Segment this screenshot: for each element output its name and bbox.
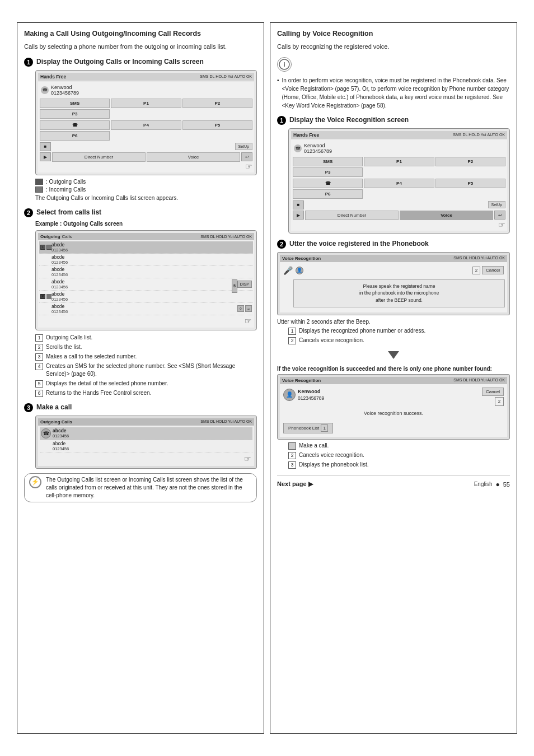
note-icon-left: ⚡ [29, 476, 41, 488]
phone-voice-btn-left[interactable]: Voice [147, 152, 240, 162]
phone-header-left: Hands Free SMS DL HOLD Yui AUTO OK [38, 73, 254, 81]
phone-back-btn-right[interactable]: ↩ [494, 211, 505, 220]
row-icon-end1: 0 [237, 305, 244, 312]
phone-btn-call-left[interactable]: ☎ [40, 120, 110, 130]
table-row[interactable]: ▼ abcde 0123456 [39, 291, 253, 303]
cancel-num-success: 2 [495, 397, 504, 406]
phone-row-setup-right: ■ SetUp [293, 200, 505, 209]
make-call-header: Outgoing Calls SMS DL HOLD Yui AUTO OK [38, 418, 254, 426]
step2-header: 2 Select from calls list [24, 208, 257, 217]
note-text-left: The Outgoing Calls list screen or Incomi… [46, 476, 252, 500]
phone-btn-p3-left[interactable]: P3 [40, 109, 110, 119]
legend-outgoing: : Outgoing Calls [35, 179, 257, 185]
step1-right-num: 1 [277, 116, 286, 125]
phone-btn-p5-left[interactable]: P5 [182, 120, 252, 130]
right-section-title: Calling by Voice Recognition [277, 30, 510, 38]
call-name-2: abcde [53, 441, 69, 446]
phone-btn-p1-right[interactable]: P1 [364, 157, 434, 166]
info-bullet-text: In order to perform voice recognition, v… [282, 76, 510, 110]
outgoing-label: : Outgoing Calls [46, 179, 86, 185]
phone-voice-btn-right[interactable]: Voice [400, 211, 493, 220]
phone-icon-btn2-left[interactable]: ▶ [40, 152, 51, 161]
success-screen-title: Voice Recognition [282, 378, 321, 383]
phone-person-name-right: Kenwood [304, 143, 332, 148]
right-section-intro: Calls by recognizing the registered voic… [277, 42, 510, 52]
phone-btn-p5-right[interactable]: P5 [435, 179, 505, 188]
step3-num: 3 [24, 403, 33, 412]
right-column: Calling by Voice Recognition Calls by re… [270, 22, 517, 734]
disp-btn[interactable]: DISP [237, 281, 252, 288]
phone-header-icons-right: SMS DL HOLD Yui AUTO OK [453, 133, 505, 137]
step2-title: Select from calls list [36, 208, 101, 217]
left-column: Making a Call Using Outgoing/Incoming Ca… [17, 22, 264, 734]
row-num-1: 1 [40, 245, 45, 250]
svg-text:i: i [283, 61, 285, 68]
phone-btn-p2-right[interactable]: P2 [435, 157, 505, 166]
phone-name-row-left: ☎ Kenwood 0123456789 [40, 83, 252, 97]
cancel-btn-voice[interactable]: Cancel [482, 266, 504, 274]
phone-bottom-row-left: ▶ Direct Number Voice ↩ [40, 152, 252, 162]
info-icon-row: i [277, 57, 510, 72]
phone-icon-btn2-right[interactable]: ▶ [293, 211, 304, 220]
voice-screen-header: Voice Recognition SMS DL HOLD Yui AUTO O… [280, 255, 507, 262]
note-box-left: ⚡ The Outgoing Calls list screen or Inco… [24, 473, 257, 502]
row-icon-end2: ↩ [245, 305, 252, 312]
success-screen: Voice Recognition SMS DL HOLD Yui AUTO O… [277, 374, 510, 440]
table-row[interactable]: abcde 0123456 0 ↩ [39, 303, 253, 315]
phone-btn-p6-right[interactable]: P6 [293, 189, 363, 199]
phone-btn-p6-left[interactable]: P6 [40, 131, 110, 141]
phone-back-btn-left[interactable]: ↩ [241, 152, 252, 161]
arrow-down-container [277, 349, 510, 361]
list-item: 3 Displays the phonebook list. [288, 461, 510, 469]
phone-direct-btn-left[interactable]: Direct Number [52, 152, 146, 162]
success-header-icons: SMS DL HOLD Yui AUTO OK [453, 378, 505, 383]
phone-grid-right: SMS P1 P2 P3 [293, 157, 505, 177]
step1-right-header: 1 Display the Voice Recognition screen [277, 115, 510, 125]
phone-btn-p3-right[interactable]: P3 [293, 167, 363, 177]
phone-btn-sms-left[interactable]: SMS [40, 99, 110, 108]
phone-icon-btn-left[interactable]: ■ [40, 142, 51, 151]
table-row[interactable]: abcde 0123456 [40, 440, 252, 453]
table-row[interactable]: ☎ abcde 0123456 [40, 427, 252, 440]
phone-btn-p4-right[interactable]: P4 [364, 179, 434, 188]
page-footer: Next page ▶ English ● 55 [277, 475, 510, 488]
voice-person-icon: 👤 [296, 267, 303, 274]
make-call-screen: Outgoing Calls SMS DL HOLD Yui AUTO OK ☎… [35, 416, 257, 469]
row-icon-1 [46, 245, 51, 250]
table-row[interactable]: abcde 0123456 5 DISP [39, 278, 253, 291]
hands-free-screen-left: Hands Free SMS DL HOLD Yui AUTO OK ☎ K [35, 70, 257, 175]
table-row[interactable]: abcde 0123456 [39, 254, 253, 266]
phone-person-icon-right: ☎ [294, 144, 302, 152]
phone-icon-btn-right[interactable]: ■ [293, 200, 304, 209]
phone-btn-sms-right[interactable]: SMS [293, 157, 363, 166]
phone-person-number-left: 0123456789 [51, 90, 79, 96]
utter-within-text: Utter within 2 seconds after the Beep. [277, 319, 510, 325]
phone-setup-btn-right[interactable]: SetUp [488, 201, 505, 208]
row-scroll-down: ▼ [40, 294, 45, 299]
calls-label-header: Calls [62, 234, 72, 239]
phone-btn-p2-left[interactable]: P2 [182, 99, 252, 108]
hand-cursor-step3: ☞ [40, 453, 252, 464]
outgoing-calls-screen: Outgoing Calls SMS DL HOLD Yui AUTO OK 1… [35, 230, 257, 330]
table-row[interactable]: abcde 0123456 [39, 266, 253, 278]
list-item: 2 Scrolls the list. [35, 343, 257, 351]
step2-right-title: Utter the voice registered in the Phoneb… [289, 239, 429, 249]
phone-setup-btn-left[interactable]: SetUp [235, 143, 252, 150]
phone-direct-btn-right[interactable]: Direct Number [305, 211, 399, 220]
phone-btn-call-right[interactable]: ☎ [293, 179, 363, 188]
list-item: • In order to perform voice recognition,… [277, 76, 510, 110]
table-row[interactable]: 1 abcde 0123456 [39, 241, 253, 254]
phone-screen-title-left: Hands Free [40, 74, 66, 80]
step2-numbered-list: 1 Outgoing Calls list. 2 Scrolls the lis… [35, 334, 257, 397]
success-body: 👤 Kenwood 0123456789 Cancel 2 Voice reco… [280, 384, 507, 437]
list-item: 2 Cancels voice recognition. [288, 337, 510, 344]
phone-row-setup-left: ■ SetUp [40, 142, 252, 151]
phone-btn-p1-left[interactable]: P1 [111, 99, 181, 108]
cancel-btn-success[interactable]: Cancel [482, 388, 504, 396]
phone-grid2-right: ☎ P4 P5 P6 [293, 179, 505, 199]
incoming-label: : Incoming Calls [46, 186, 86, 193]
make-call-icons: SMS DL HOLD Yui AUTO OK [200, 419, 252, 424]
voice-screen-title: Voice Recognition [282, 256, 321, 261]
phonebook-list-btn[interactable]: Phonebook List 1 [283, 423, 333, 433]
phone-btn-p4-left[interactable]: P4 [111, 120, 181, 130]
